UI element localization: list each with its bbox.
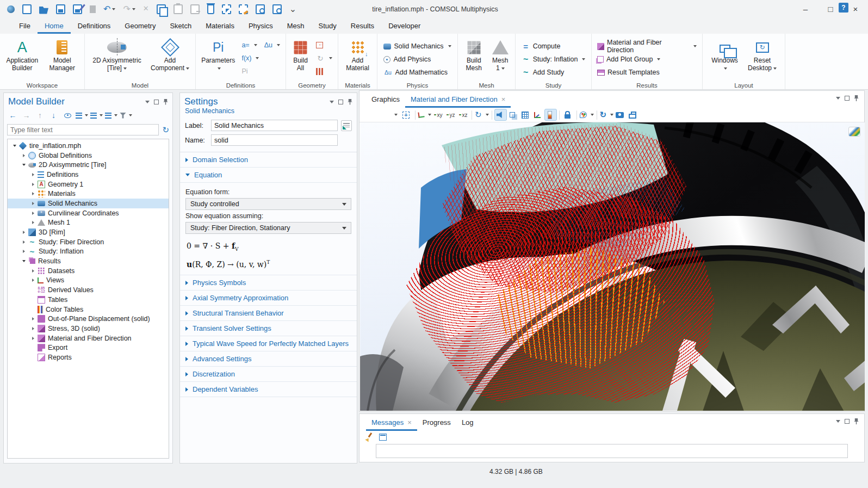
tree-item[interactable]: Color Tables (8, 305, 169, 314)
tab-log[interactable]: Log (456, 414, 479, 431)
tree-item[interactable]: Study: Fiber Direction (8, 237, 169, 247)
add-plot-group-button[interactable]: Add Plot Group (595, 54, 699, 65)
float-panel-icon[interactable] (338, 100, 343, 104)
help-button[interactable]: ? (839, 3, 848, 13)
rotate-icon[interactable] (474, 109, 489, 121)
section-structural-transient-behavior[interactable]: Structural Transient Behavior (180, 306, 357, 321)
tree-expander-icon[interactable] (29, 221, 36, 224)
messages-output-area[interactable] (376, 444, 848, 458)
add-component-button[interactable]: AddComponent (148, 36, 192, 81)
tree-expander-icon[interactable] (29, 212, 36, 215)
transparency-icon[interactable] (507, 109, 519, 121)
tree-item[interactable]: Global Definitions (8, 151, 169, 160)
new-file-icon[interactable] (22, 4, 32, 14)
parameter-case-button[interactable]: Pi (239, 66, 282, 77)
palette-icon[interactable] (579, 109, 594, 121)
tree-item[interactable]: Geometry 1 (8, 180, 169, 189)
tree-item[interactable]: Datasets (8, 266, 169, 276)
tab-results[interactable]: Results (344, 18, 381, 34)
tree-expander-icon[interactable] (29, 327, 36, 330)
select-icon[interactable] (222, 4, 231, 14)
move-down-icon[interactable] (48, 109, 60, 121)
functions-button[interactable]: f(x) (239, 53, 282, 64)
windows-button[interactable]: Windows (708, 36, 742, 81)
lock-icon[interactable] (562, 109, 574, 121)
color-legend-icon[interactable] (544, 109, 557, 121)
tree-expander-icon[interactable] (20, 231, 27, 234)
zoom-out-icon[interactable] (375, 109, 388, 121)
tree-expander-icon[interactable] (29, 183, 36, 186)
equation-form-select[interactable]: Study controlled (185, 198, 351, 210)
print-icon[interactable] (627, 109, 639, 121)
view-yz-icon[interactable]: yz (444, 109, 457, 121)
section-advanced-settings[interactable]: Advanced Settings (180, 351, 357, 367)
zoom-box-icon[interactable] (388, 109, 400, 121)
tree-expander-icon[interactable] (20, 250, 27, 253)
delete-icon[interactable] (207, 4, 214, 14)
collapse-all-icon[interactable] (90, 109, 103, 121)
tree-expander-icon[interactable] (29, 173, 36, 176)
tab-developer[interactable]: Developer (381, 18, 427, 34)
material-and-fiber-direction-button[interactable]: Material and Fiber Direction (595, 41, 699, 52)
tree-expander-icon[interactable] (29, 192, 36, 195)
run-icon[interactable] (90, 5, 96, 13)
variables-button[interactable]: a=Δu (239, 40, 282, 51)
snapshot-icon[interactable] (614, 109, 627, 121)
add-mathematics-button[interactable]: Add Mathematics (381, 67, 453, 78)
study-inflation-button[interactable]: Study: Inflation (519, 54, 588, 65)
forward-icon[interactable] (21, 109, 33, 121)
panel-menu-caret-icon[interactable] (145, 101, 150, 103)
tab-file[interactable]: File (12, 18, 38, 34)
cut-icon[interactable] (143, 4, 149, 14)
tab-home[interactable]: Home (38, 18, 71, 34)
add-physics-button[interactable]: Add Physics (381, 54, 453, 65)
tree-item[interactable]: Study: Inflation (8, 247, 169, 257)
section-equation[interactable]: Equation (180, 168, 357, 183)
add-study-button[interactable]: Add Study (519, 67, 588, 78)
solid-mechanics-button[interactable]: Solid Mechanics (381, 41, 453, 52)
update-icon[interactable] (599, 109, 615, 121)
build-all-button[interactable]: BuildAll (289, 36, 312, 81)
tree-item[interactable]: tire_inflation.mph (8, 141, 169, 151)
tab-messages[interactable]: Messages (366, 414, 417, 431)
tree-item[interactable]: Tables (8, 295, 169, 305)
move-up-icon[interactable] (34, 109, 47, 121)
float-panel-icon[interactable] (154, 100, 159, 104)
tab-definitions[interactable]: Definitions (71, 18, 118, 34)
float-panel-icon[interactable] (845, 96, 850, 101)
open-file-icon[interactable] (39, 4, 48, 14)
preview-icon[interactable] (256, 4, 265, 14)
tree-item[interactable]: Reports (8, 353, 169, 362)
tree-item[interactable]: Mesh 1 (8, 218, 169, 228)
viewport-thumbnail-button[interactable] (848, 127, 860, 137)
panel-menu-caret-icon[interactable] (330, 101, 334, 103)
view-xz-icon[interactable]: xz (457, 109, 469, 121)
tab-study[interactable]: Study (312, 18, 344, 34)
insert-sequence-button[interactable] (314, 40, 334, 51)
mesh-1-button[interactable]: Mesh1 (488, 36, 512, 81)
tree-item[interactable]: Curvilinear Coordinates (8, 208, 169, 218)
save-icon[interactable] (56, 4, 65, 14)
close-tab-icon[interactable] (407, 418, 412, 427)
paste-icon[interactable] (173, 4, 183, 14)
pin-panel-icon[interactable] (854, 418, 859, 424)
tree-item[interactable]: 2D Axisymmetric [Tire] (8, 160, 169, 170)
section-discretization[interactable]: Discretization (180, 367, 357, 382)
parameters-button[interactable]: Parameters (199, 36, 237, 81)
application-builder-button[interactable]: ApplicationBuilder (3, 36, 41, 81)
show-equation-select[interactable]: Study: Fiber Direction, Stationary (185, 222, 351, 234)
tree-expander-icon[interactable] (20, 240, 27, 244)
tree-item[interactable]: Solid Mechanics (8, 199, 169, 208)
view-xy-icon[interactable]: xy (432, 109, 444, 121)
section-domain-selection[interactable]: Domain Selection (180, 152, 357, 168)
name-field-input[interactable] (211, 134, 338, 146)
section-physics-symbols[interactable]: Physics Symbols (180, 275, 357, 291)
tree-item[interactable]: Views (8, 276, 169, 286)
tree-item[interactable]: Stress, 3D (solid) (8, 324, 169, 333)
update-geometry-button[interactable] (314, 53, 334, 64)
panel-menu-caret-icon[interactable] (836, 97, 840, 100)
compute-button[interactable]: Compute (519, 41, 588, 52)
tree-expander-icon[interactable] (29, 337, 36, 340)
axisymmetric-component-button[interactable]: 2D Axisymmetric[Tire] (88, 36, 146, 81)
geometry-parts-button[interactable] (314, 66, 334, 77)
